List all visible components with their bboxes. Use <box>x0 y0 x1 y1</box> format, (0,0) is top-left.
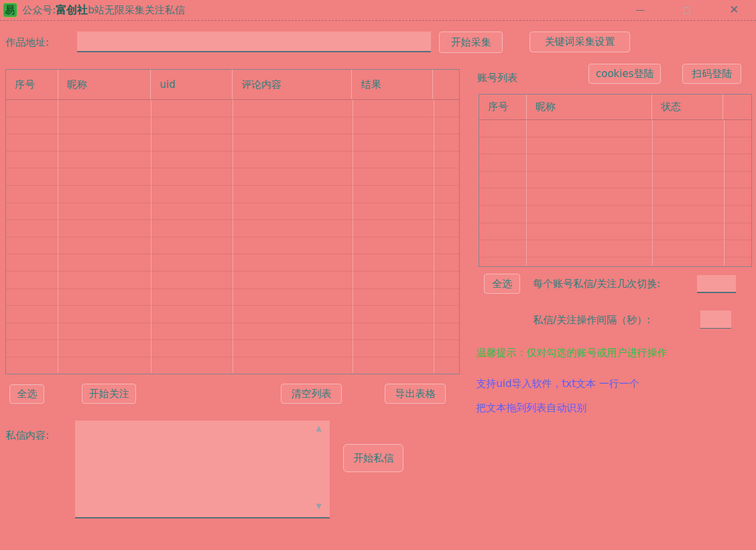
table-row <box>479 120 751 138</box>
table-body[interactable] <box>6 100 459 373</box>
table-body[interactable] <box>479 120 751 266</box>
column-header[interactable] <box>433 70 459 99</box>
title-suffix: b站无限采集关注私信 <box>88 4 185 16</box>
dm-content-textarea[interactable] <box>75 421 330 518</box>
accounts-table[interactable]: 序号昵称状态 <box>479 94 752 267</box>
minimize-icon[interactable]: — <box>630 1 650 17</box>
work-url-label: 作品地址: <box>5 36 49 49</box>
table-row <box>479 223 751 241</box>
accounts-select-all-button[interactable]: 全选 <box>484 274 520 294</box>
interval-input[interactable] <box>700 311 731 329</box>
import-tip-line2: 把文本拖到列表自动识别 <box>476 402 586 415</box>
column-header[interactable] <box>723 95 751 119</box>
title-bar: 易 公众号:富创社b站无限采集关注私信 — □ ✕ <box>0 0 756 21</box>
import-tip-line1: 支持uid导入软件，txt文本 一行一个 <box>476 378 639 390</box>
column-header[interactable]: 序号 <box>6 70 58 99</box>
account-list-label: 账号列表 <box>477 72 517 85</box>
dm-content-label: 私信内容: <box>5 429 49 442</box>
interval-label: 私信/关注操作间隔（秒）: <box>533 314 650 327</box>
maximize-icon[interactable]: □ <box>677 1 697 17</box>
keyword-collect-settings-button[interactable]: 关键词采集设置 <box>529 32 630 52</box>
column-header[interactable]: 昵称 <box>58 70 151 99</box>
app-window: 易 公众号:富创社b站无限采集关注私信 — □ ✕ 作品地址: 开始采集 关键词… <box>0 0 756 550</box>
table-row <box>479 188 751 206</box>
title-brand: 富创社 <box>56 3 88 16</box>
scroll-down-icon[interactable]: ▼ <box>316 502 321 510</box>
export-table-button[interactable]: 导出表格 <box>385 384 446 404</box>
table-row <box>479 240 751 258</box>
start-dm-button[interactable]: 开始私信 <box>343 444 403 472</box>
column-header[interactable]: uid <box>151 70 233 99</box>
column-header[interactable]: 昵称 <box>527 95 652 119</box>
start-follow-button[interactable]: 开始关注 <box>82 384 136 404</box>
column-header[interactable]: 评论内容 <box>233 70 352 99</box>
title-prefix: 公众号: <box>22 4 56 16</box>
table-row <box>479 138 751 155</box>
start-collect-button[interactable]: 开始采集 <box>439 32 503 53</box>
switch-count-label: 每个账号私信/关注几次切换: <box>533 278 660 290</box>
clear-list-button[interactable]: 清空列表 <box>281 384 342 404</box>
column-header[interactable]: 序号 <box>479 95 527 119</box>
table-row <box>479 154 751 172</box>
close-icon[interactable]: ✕ <box>724 1 744 17</box>
qr-login-button[interactable]: 扫码登陆 <box>682 64 741 84</box>
switch-count-input[interactable] <box>697 275 736 293</box>
work-url-input[interactable] <box>77 32 431 52</box>
table-row <box>479 258 751 266</box>
scroll-up-icon[interactable]: ▲ <box>316 425 321 432</box>
table-row <box>479 206 751 223</box>
cookies-login-button[interactable]: cookies登陆 <box>588 64 661 84</box>
column-header[interactable]: 状态 <box>652 95 723 119</box>
column-header[interactable]: 结果 <box>352 70 433 99</box>
warm-tip-text: 温馨提示：仅对勾选的账号或用户进行操作 <box>476 347 667 360</box>
app-icon: 易 <box>3 3 17 17</box>
comments-table[interactable]: 序号昵称uid评论内容结果 <box>5 69 460 374</box>
window-title: 公众号:富创社b站无限采集关注私信 <box>22 3 185 17</box>
comments-select-all-button[interactable]: 全选 <box>9 384 44 404</box>
table-row <box>479 172 751 189</box>
